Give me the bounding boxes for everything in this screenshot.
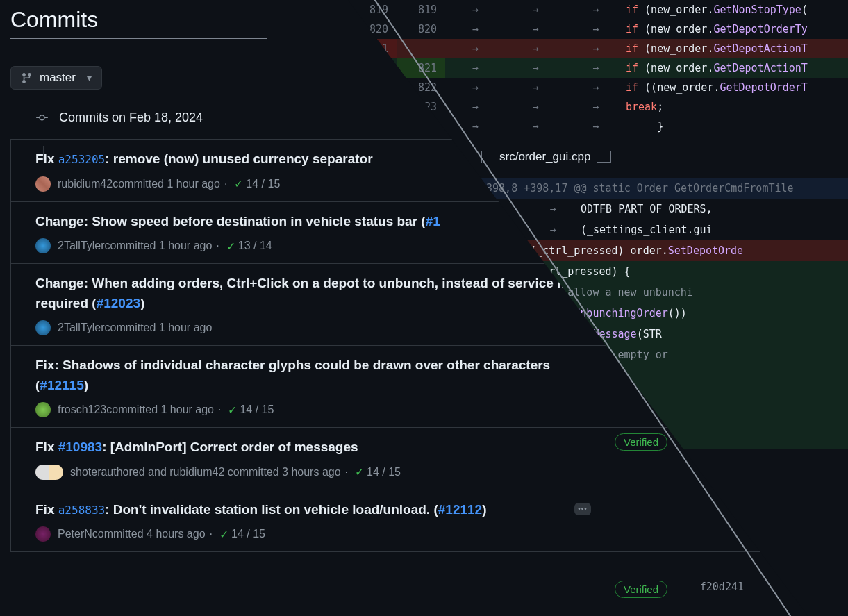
- avatar[interactable]: [35, 526, 51, 542]
- commit-title[interactable]: Change: When adding orders, Ctrl+Click o…: [35, 274, 584, 313]
- commit-title[interactable]: Change: Show speed before destination in…: [35, 212, 584, 232]
- check-icon[interactable]: ✓: [234, 177, 243, 190]
- code-content: if (new_order.GetDepotOrderTy: [626, 19, 848, 39]
- check-icon[interactable]: ✓: [355, 465, 364, 478]
- commit-time: committed 4 hours ago: [92, 528, 206, 540]
- verified-badge[interactable]: Verified: [615, 581, 667, 598]
- commit-time: committed 1 hour ago: [106, 403, 214, 416]
- commit-short-hash[interactable]: f20d241: [700, 581, 744, 593]
- commit-title[interactable]: Fix: Shadows of individual character gly…: [35, 356, 584, 395]
- branch-selector[interactable]: master ▾: [10, 66, 102, 90]
- code-content: break;: [626, 97, 848, 117]
- commit-time: authored and rubidium42 committed 3 hour…: [101, 466, 340, 478]
- code-line[interactable]: 819819→→→if (new_order.GetNonStopType(: [348, 0, 848, 19]
- commit-time: committed 1 hour ago: [105, 322, 213, 334]
- commit-icon: [36, 112, 48, 124]
- ci-status[interactable]: 13 / 14: [238, 240, 272, 252]
- commit-author[interactable]: rubidium42: [58, 178, 113, 190]
- commit-author[interactable]: frosch123: [58, 403, 106, 416]
- whitespace-indicator: →→→: [445, 19, 626, 39]
- commit-time: committed 1 hour ago: [105, 240, 213, 252]
- commit-title[interactable]: Fix a258833: Don't invalidate station li…: [35, 500, 584, 520]
- commit-author[interactable]: shoter: [70, 466, 101, 478]
- check-icon[interactable]: ✓: [226, 240, 235, 253]
- whitespace-indicator: →→→: [445, 58, 626, 78]
- commit-author[interactable]: PeterN: [58, 528, 92, 540]
- code-line[interactable]: 820820→→→if (new_order.GetDepotOrderTy: [348, 19, 848, 39]
- commit-author[interactable]: 2TallTyler: [58, 240, 105, 252]
- avatar[interactable]: [35, 465, 63, 480]
- ci-status[interactable]: 14 / 15: [246, 178, 280, 190]
- avatar[interactable]: [35, 238, 51, 253]
- code-line[interactable]: 821→→→if (new_order.GetDepotActionT: [348, 58, 848, 78]
- code-content: (_settings_client.gui: [581, 219, 848, 240]
- commit-time: committed 1 hour ago: [113, 178, 220, 190]
- whitespace-indicator: →→→: [445, 0, 626, 19]
- copy-icon[interactable]: [599, 151, 611, 163]
- code-content: if (new_order.GetNonStopType(: [626, 0, 848, 19]
- code-content: if (new_order.GetDepotActionT: [626, 39, 848, 58]
- whitespace-indicator: →→→: [445, 78, 626, 97]
- commit-meta: PeterN committed 4 hours ago·✓ 14 / 15: [35, 526, 848, 542]
- file-path: src/order_gui.cpp: [499, 150, 590, 164]
- whitespace-indicator: →→→: [445, 97, 626, 117]
- timeline-date-label: Commits on Feb 18, 2024: [59, 110, 203, 125]
- branch-icon: [21, 72, 33, 84]
- ci-status[interactable]: 14 / 15: [367, 466, 401, 478]
- commit-title[interactable]: Fix #10983: [AdminPort] Correct order of…: [35, 438, 584, 458]
- page-title: Commits: [10, 7, 267, 39]
- commit-author[interactable]: 2TallTyler: [58, 322, 105, 334]
- expand-description-button[interactable]: •••: [574, 503, 591, 515]
- line-number[interactable]: 820: [397, 19, 445, 39]
- code-content: if ((new_order.GetDepotOrderT: [626, 78, 848, 97]
- line-number[interactable]: 819: [397, 0, 445, 19]
- ci-status[interactable]: 14 / 15: [231, 528, 265, 540]
- ci-status[interactable]: 14 / 15: [240, 403, 274, 416]
- code-line[interactable]: 821→→→if (new_order.GetDepotActionT: [348, 39, 848, 58]
- caret-down-icon: ▾: [87, 72, 92, 83]
- check-icon[interactable]: ✓: [228, 403, 237, 417]
- code-content: }: [626, 117, 848, 136]
- code-line[interactable]: 822822→→→if ((new_order.GetDepotOrderT: [348, 78, 848, 97]
- avatar[interactable]: [35, 176, 51, 192]
- whitespace-indicator: →→→: [445, 117, 626, 136]
- verified-badge[interactable]: Verified: [615, 433, 667, 451]
- avatar[interactable]: [35, 320, 51, 335]
- whitespace-indicator: →→→: [445, 39, 626, 58]
- branch-name: master: [40, 71, 76, 85]
- avatar[interactable]: [35, 402, 51, 417]
- code-content: if (_ctrl_pressed) order.SetDepotOrde: [511, 240, 848, 261]
- code-content: if (new_order.GetDepotActionT: [626, 58, 848, 78]
- code-content: ODTFB_PART_OF_ORDERS,: [581, 199, 848, 219]
- check-icon[interactable]: ✓: [219, 528, 228, 541]
